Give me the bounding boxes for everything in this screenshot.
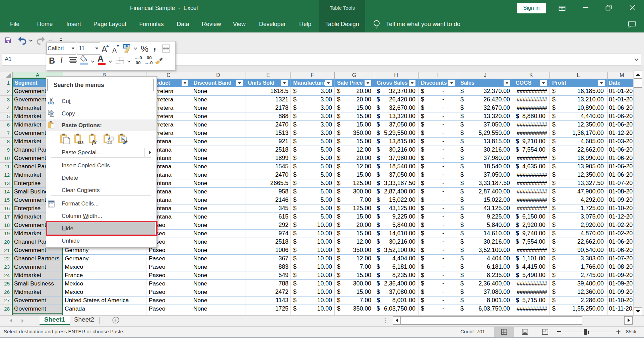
svg-text:%: % xyxy=(122,137,125,141)
svg-text:123: 123 xyxy=(77,140,84,145)
svg-text:fx: fx xyxy=(92,139,96,145)
